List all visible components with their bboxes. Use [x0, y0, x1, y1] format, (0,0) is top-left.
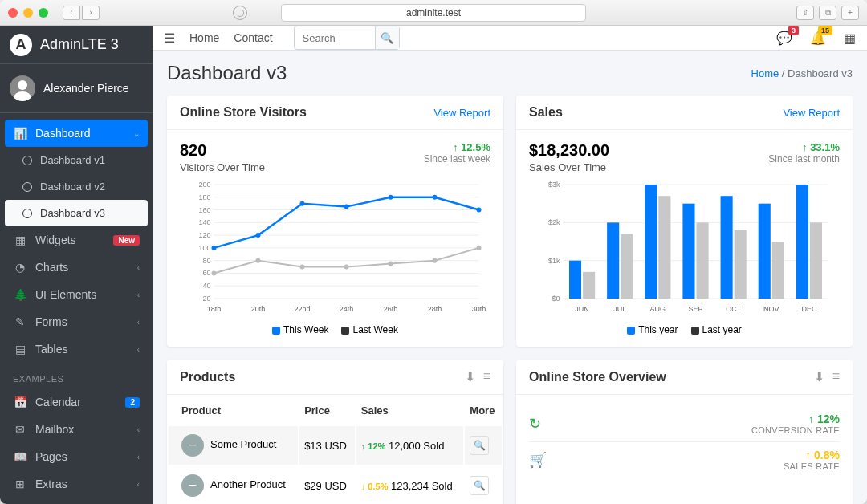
reader-icon[interactable] — [233, 6, 247, 20]
view-report-link[interactable]: View Report — [783, 107, 840, 119]
col-product: Product — [169, 396, 298, 425]
search-input[interactable] — [295, 32, 375, 44]
sidebar-item-widgets[interactable]: ▦ Widgets New — [5, 226, 148, 254]
svg-text:20: 20 — [202, 295, 210, 303]
bell-badge: 15 — [818, 26, 832, 35]
overview-pct: 0.8% — [784, 449, 840, 461]
product-name: Some Product — [210, 438, 276, 450]
chevron-left-icon: ‹ — [137, 480, 140, 489]
chevron-left-icon: ‹ — [137, 291, 140, 299]
svg-text:160: 160 — [198, 206, 210, 214]
sidebar-section-examples: EXAMPLES — [5, 363, 148, 388]
sidebar-item-dashboard[interactable]: 📊 Dashboard ⌄ — [5, 120, 148, 147]
product-price: $29 USD — [299, 466, 355, 504]
sidebar-item-extras[interactable]: ⊞ Extras ‹ — [5, 470, 148, 498]
overview-pct: 12% — [751, 413, 840, 425]
svg-rect-56 — [569, 261, 581, 299]
download-icon[interactable]: ⬇ — [465, 369, 475, 384]
sidebar-item-pages[interactable]: 📖 Pages ‹ — [5, 443, 148, 470]
svg-text:24th: 24th — [340, 305, 354, 313]
menu-toggle-icon[interactable]: ☰ — [164, 30, 175, 46]
calendar-icon: 📅 — [13, 396, 27, 408]
apps-icon[interactable]: ▦ — [844, 30, 856, 46]
svg-rect-67 — [735, 230, 747, 299]
visitors-value: 820 — [180, 141, 265, 160]
topnav-home[interactable]: Home — [189, 31, 219, 44]
sales-chart: $0$1k$2k$3kJUNJULAUGSEPOCTNOVDEC — [529, 180, 840, 316]
share-icon[interactable]: ⇧ — [796, 6, 814, 20]
visitors-since: Since last week — [424, 153, 490, 165]
col-sales: Sales — [356, 396, 464, 425]
view-report-link[interactable]: View Report — [434, 107, 490, 119]
sidebar-item-mailbox[interactable]: ✉ Mailbox ‹ — [5, 416, 148, 443]
svg-text:26th: 26th — [384, 305, 398, 313]
plus-square-icon: ⊞ — [13, 478, 27, 490]
sidebar-item-dashboard-v3[interactable]: Dashboard v3 — [5, 200, 148, 226]
menu-icon[interactable]: ≡ — [832, 369, 840, 384]
browser-forward[interactable]: › — [82, 6, 100, 20]
svg-rect-58 — [645, 185, 657, 299]
download-icon[interactable]: ⬇ — [814, 369, 824, 384]
svg-text:180: 180 — [198, 193, 210, 201]
brand[interactable]: A AdminLTE 3 — [0, 26, 153, 64]
browser-back[interactable]: ‹ — [63, 6, 80, 20]
card-products: Products ⬇ ≡ Product Price — [167, 360, 503, 504]
user-panel[interactable]: Alexander Pierce — [0, 64, 153, 113]
sidebar-item-dashboard-v2[interactable]: Dashboard v2 — [5, 173, 148, 200]
search-icon[interactable]: 🔍 — [470, 476, 489, 495]
sidebar-item-label: Charts — [35, 261, 68, 274]
svg-rect-69 — [810, 222, 822, 299]
bell-icon[interactable]: 🔔15 — [810, 30, 826, 46]
svg-text:30th: 30th — [472, 305, 486, 313]
product-image — [181, 474, 204, 497]
sales-text: 123,234 Sold — [391, 480, 453, 492]
sales-change: 33.1% — [768, 141, 840, 153]
overview-row: ↻ 12% CONVERSION RATE — [529, 406, 840, 442]
product-name: Another Product — [210, 478, 286, 490]
sidebar-item-label: Tables — [35, 343, 67, 356]
sidebar-item-calendar[interactable]: 📅 Calendar 2 — [5, 388, 148, 416]
topnav-contact[interactable]: Contact — [234, 31, 272, 44]
svg-text:200: 200 — [198, 181, 210, 189]
menu-icon[interactable]: ≡ — [483, 369, 490, 384]
tabs-icon[interactable]: ⧉ — [819, 6, 836, 20]
svg-text:AUG: AUG — [650, 305, 666, 313]
card-title: Online Store Visitors — [180, 105, 307, 120]
product-price: $13 USD — [299, 426, 355, 465]
svg-point-36 — [300, 265, 305, 270]
search-button[interactable]: 🔍 — [375, 26, 399, 49]
brand-text: AdminLTE 3 — [40, 36, 119, 53]
col-more: More — [465, 396, 502, 425]
overview-label: SALES RATE — [784, 461, 840, 471]
svg-point-34 — [212, 270, 217, 275]
legend-last-year: Last year — [691, 324, 742, 335]
circle-icon — [22, 156, 32, 165]
sidebar-item-forms[interactable]: ✎ Forms ‹ — [5, 308, 148, 335]
svg-point-30 — [344, 205, 349, 209]
window-close[interactable] — [8, 8, 18, 18]
sidebar-item-tables[interactable]: ▤ Tables ‹ — [5, 335, 148, 363]
svg-rect-63 — [583, 272, 595, 299]
search-icon[interactable]: 🔍 — [470, 436, 489, 455]
sidebar-item-charts[interactable]: ◔ Charts ‹ — [5, 254, 148, 281]
circle-icon — [22, 209, 32, 218]
search-box: 🔍 — [294, 26, 400, 50]
new-tab-icon[interactable]: + — [841, 6, 859, 20]
browser-url[interactable]: adminlte.test — [281, 4, 586, 22]
sales-since: Since last month — [768, 153, 840, 165]
sidebar-item-ui[interactable]: 🌲 UI Elements ‹ — [5, 281, 148, 308]
chat-icon[interactable]: 💬3 — [776, 30, 792, 46]
svg-text:60: 60 — [202, 269, 210, 277]
svg-text:SEP: SEP — [688, 305, 702, 313]
svg-text:80: 80 — [202, 257, 210, 265]
edit-icon: ✎ — [13, 315, 27, 328]
chevron-down-icon: ⌄ — [133, 129, 140, 138]
sidebar-item-dashboard-v1[interactable]: Dashboard v1 — [5, 147, 148, 173]
breadcrumb-home[interactable]: Home — [751, 67, 779, 79]
window-zoom[interactable] — [39, 8, 48, 18]
svg-point-39 — [433, 258, 438, 263]
window-minimize[interactable] — [23, 8, 33, 18]
svg-text:JUL: JUL — [613, 305, 626, 313]
svg-rect-64 — [621, 234, 633, 299]
svg-text:OCT: OCT — [726, 305, 742, 313]
